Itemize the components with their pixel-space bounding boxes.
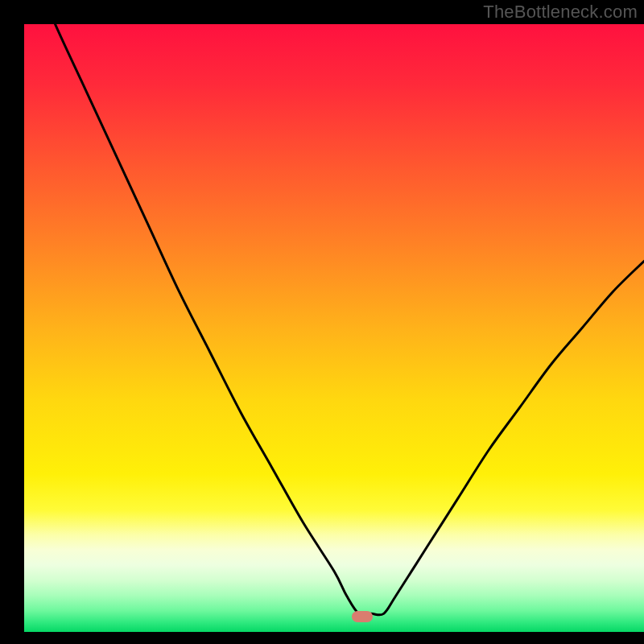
chart-frame: TheBottleneck.com xyxy=(0,0,644,644)
watermark-text: TheBottleneck.com xyxy=(483,2,638,23)
optimal-marker xyxy=(352,611,373,622)
plot-area xyxy=(24,24,644,632)
bottleneck-curve xyxy=(24,24,644,632)
